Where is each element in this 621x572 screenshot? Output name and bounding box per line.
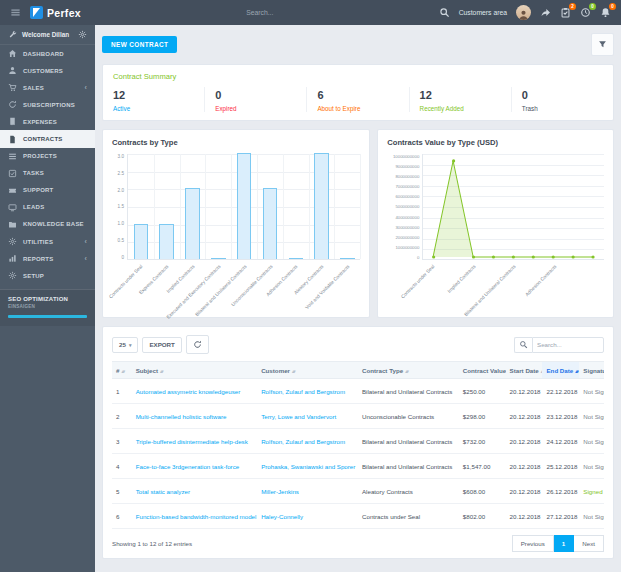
cell-number: 1 (112, 379, 132, 404)
sidebar-item-label: REPORTS (23, 256, 53, 262)
timer-icon[interactable]: 0 (580, 7, 591, 18)
cell-signature: Not Signed (579, 379, 604, 404)
user-avatar[interactable] (516, 5, 531, 20)
bar-chart-y-axis: 3.02.52.01.51.00.50 (112, 154, 127, 260)
customers-area-link[interactable]: Customers area (459, 9, 507, 16)
stat-label[interactable]: Active (113, 105, 194, 112)
contract-subject-link[interactable]: Function-based bandwidth-monitored model (136, 513, 257, 520)
sidebar-item-leads[interactable]: LEADS (0, 199, 95, 216)
sidebar-item-tasks[interactable]: TASKS (0, 165, 95, 182)
new-contract-button[interactable]: NEW CONTRACT (102, 36, 177, 53)
column-header-contract-value[interactable]: Contract Value▴▾ (459, 362, 506, 379)
column-header-contract-type[interactable]: Contract Type▴▾ (358, 362, 459, 379)
sidebar-item-support[interactable]: SUPPORT (0, 182, 95, 199)
caret-down-icon: ▾ (129, 342, 132, 348)
customer-link[interactable]: Rolfson, Zulauf and Bergstrom (261, 438, 345, 445)
customer-link[interactable]: Miller-Jenkins (261, 488, 299, 495)
customer-link[interactable]: Terry, Lowe and Vandervort (261, 413, 336, 420)
contract-subject-link[interactable]: Triple-buffered disintermediate help-des… (136, 438, 248, 445)
y-tick-label: 9000000000 (395, 164, 419, 169)
stat-about-to-expire: 6About to Expire (306, 87, 408, 112)
contract-subject-link[interactable]: Total static analyzer (136, 488, 190, 495)
sidebar-item-utilities[interactable]: UTILITIES‹ (0, 233, 95, 250)
pagination-next-button[interactable]: Next (574, 535, 604, 552)
sidebar-item-projects[interactable]: PROJECTS (0, 148, 95, 165)
column-header-start-date[interactable]: Start Date▴▾ (506, 362, 543, 379)
pagination-page-1-button[interactable]: 1 (554, 535, 574, 552)
column-header-customer[interactable]: Customer▴▾ (257, 362, 358, 379)
cell-end-date: 25.12.2018 (542, 454, 579, 479)
contract-subject-link[interactable]: Automated assymetric knowledgeuser (136, 388, 241, 395)
cell-contract-type: Bilateral and Unilateral Contracts (358, 429, 459, 454)
y-tick-label: 0.5 (118, 238, 124, 243)
table-search-input[interactable] (532, 337, 604, 353)
cell-contract-value: $298.00 (459, 404, 506, 429)
customer-link[interactable]: Haley-Connelly (261, 513, 303, 520)
column-header-subject[interactable]: Subject▴▾ (132, 362, 257, 379)
column-header-[interactable]: #▴▾ (112, 362, 132, 379)
page-length-value: 25 (119, 341, 126, 348)
global-search-input[interactable] (170, 9, 350, 16)
gridline (360, 154, 361, 259)
x-tick-label: Bilateral and Unilateral Contracts (191, 264, 247, 320)
search-icon[interactable] (439, 7, 450, 18)
sidebar-item-customers[interactable]: CUSTOMERS (0, 62, 95, 79)
notifications-bell-icon[interactable]: 0 (600, 7, 611, 18)
sidebar-toggle-icon[interactable] (10, 7, 21, 18)
stat-label[interactable]: Expired (215, 105, 296, 112)
bar-contracts-under-seal (134, 224, 148, 259)
export-button[interactable]: EXPORT (142, 337, 181, 353)
contracts-table-panel: 25 ▾ EXPORT #▴▾Subject▴▾Customer▴▾Contra… (102, 326, 614, 559)
sidebar-item-reports[interactable]: REPORTS‹ (0, 250, 95, 267)
stat-label[interactable]: Trash (522, 105, 603, 112)
stat-label[interactable]: About to Expire (317, 105, 398, 112)
wrench-icon (8, 30, 17, 39)
line-chart-canvas[interactable] (422, 154, 604, 260)
contract-subject-link[interactable]: Multi-channelled holistic software (136, 413, 227, 420)
filter-button[interactable] (591, 33, 614, 56)
customer-link[interactable]: Rolfson, Zulauf and Bergstrom (261, 388, 345, 395)
x-tick-label: Unconscionable Contracts (217, 264, 273, 320)
profile-settings-gear-icon[interactable] (78, 30, 87, 39)
line-chart-x-labels: Contracts under SealImplied ContractsBil… (422, 260, 604, 322)
sidebar-item-subscriptions[interactable]: SUBSCRIPTIONS (0, 96, 95, 113)
refresh-button[interactable] (186, 335, 209, 354)
sidebar-item-knowledge-base[interactable]: KNOWLEDGE BASE (0, 216, 95, 233)
contract-subject-link[interactable]: Face-to-face 3rdgeneration task-force (136, 463, 240, 470)
pagination-previous-button[interactable]: Previous (512, 535, 554, 552)
receipt-icon (8, 117, 17, 126)
y-tick-label: 8000000000 (395, 174, 419, 179)
brand-logo[interactable]: Perfex (30, 6, 81, 19)
sidebar-item-contracts[interactable]: CONTRACTS (0, 130, 95, 147)
refresh-icon (193, 340, 202, 350)
y-tick-label: 10000000000 (393, 154, 419, 159)
contracts-by-type-chart-panel: Contracts by Type 3.02.52.01.51.00.50 Co… (102, 129, 370, 318)
stat-trash: 0Trash (511, 87, 613, 112)
cell-customer: Terry, Lowe and Vandervort (257, 404, 358, 429)
bar-chart-canvas[interactable] (127, 154, 360, 260)
sidebar-item-sales[interactable]: SALES‹ (0, 79, 95, 96)
sidebar-item-expenses[interactable]: EXPENSES (0, 113, 95, 130)
sort-icon: ▴▾ (405, 369, 408, 374)
y-tick-label: 5000000000 (395, 204, 419, 209)
sidebar-welcome-row[interactable]: Welcome Dillan (0, 25, 95, 45)
sidebar-item-dashboard[interactable]: DASHBOARD (0, 45, 95, 62)
y-tick-label: 0 (121, 255, 124, 260)
seo-progress-bar (8, 315, 87, 318)
quick-share-icon[interactable] (540, 7, 551, 18)
sidebar-item-label: UTILITIES (23, 239, 53, 245)
gear-icon (8, 271, 17, 280)
column-header-signature[interactable]: Signature▴▾ (579, 362, 604, 379)
y-tick-label: 1.0 (118, 221, 124, 226)
page-length-select[interactable]: 25 ▾ (112, 337, 138, 353)
stat-label[interactable]: Recently Added (420, 105, 501, 112)
table-row: 5Total static analyzerMiller-JenkinsAlea… (112, 479, 604, 504)
customer-link[interactable]: Prohaska, Swaniawski and Sporer (261, 463, 355, 470)
sidebar-item-setup[interactable]: SETUP (0, 267, 95, 284)
table-row: 3Triple-buffered disintermediate help-de… (112, 429, 604, 454)
sidebar-item-label: CONTRACTS (23, 136, 62, 142)
stat-expired: 0Expired (204, 87, 306, 112)
column-header-end-date[interactable]: End Date▴▾ (542, 362, 579, 379)
tasks-icon[interactable]: 2 (560, 7, 571, 18)
cell-subject: Automated assymetric knowledgeuser (132, 379, 257, 404)
